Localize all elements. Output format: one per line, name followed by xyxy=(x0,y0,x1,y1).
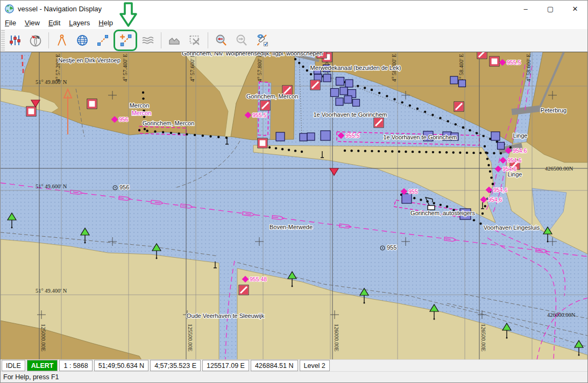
mooring-dolphin-dot xyxy=(378,92,380,94)
mooring-dolphin-dot xyxy=(378,150,380,152)
menu-file[interactable]: File xyxy=(1,18,20,28)
mooring-dolphin-dot xyxy=(391,150,393,152)
place-label: Gorinchem, Niv. Wolpherensedijk, ligpl. … xyxy=(182,52,323,56)
globe-icon xyxy=(76,32,89,48)
clear-selection-button[interactable] xyxy=(185,31,204,50)
status-bar: IDLE ALERT 1 : 5868 51;49;50.634 N 4;57;… xyxy=(1,359,587,371)
mooring-dolphin-dot xyxy=(186,133,188,135)
route-line-icon xyxy=(96,32,109,48)
menu-help[interactable]: Help xyxy=(94,18,117,28)
mooring-dolphin-dot xyxy=(357,150,359,152)
window-title: vessel - Navigation Display xyxy=(18,5,102,13)
beacon-base xyxy=(11,227,13,229)
mooring-dolphin-dot xyxy=(447,120,449,122)
longitude-label: 4° 58.600' E xyxy=(526,54,532,82)
insert-waypoint-button[interactable] xyxy=(114,30,137,51)
mooring-dolphin-dot xyxy=(472,152,474,154)
waterways-currents-button[interactable] xyxy=(138,31,158,50)
km-label: 954.6 xyxy=(507,157,521,164)
km-label: 956 xyxy=(119,184,129,190)
mooring-dolphin-dot xyxy=(364,87,366,89)
place-label: Gorinchem, Mercon xyxy=(143,120,195,126)
place-label: Mercon xyxy=(130,102,150,109)
mooring-dolphin-dot xyxy=(492,183,494,185)
mooring-dolphin-dot xyxy=(393,98,395,100)
km-label: 955.48 xyxy=(250,276,267,282)
toolbar: N xyxy=(1,29,587,52)
close-button[interactable]: ✕ xyxy=(563,1,587,17)
highlight-arrow-icon xyxy=(118,2,139,29)
mooring-dolphin-dot xyxy=(500,152,502,154)
beacon-base xyxy=(156,258,158,259)
mooring-dolphin-dot xyxy=(294,150,296,152)
place-label: Boven-Merwede xyxy=(270,224,313,230)
berth-square xyxy=(450,76,458,84)
mooring-dolphin-dot xyxy=(138,129,140,131)
latitude-label: 51° 49.400' N xyxy=(36,288,67,294)
berth-square xyxy=(331,89,339,97)
mooring-dolphin-dot xyxy=(412,151,414,153)
menu-edit[interactable]: Edit xyxy=(44,18,65,28)
app-window: vessel - Navigation Display – ▢ ✕ File V… xyxy=(0,0,588,383)
toolbar-grip[interactable] xyxy=(1,30,5,51)
km-circle-marker xyxy=(382,247,383,249)
place-label: Gorinchem, autosteigers xyxy=(410,210,475,216)
mooring-dolphin-dot xyxy=(294,58,296,60)
mooring-dolphin-dot xyxy=(469,129,471,131)
mooring-dolphin-dot xyxy=(476,132,478,134)
profile-graph-button[interactable] xyxy=(165,31,184,50)
svg-text:N: N xyxy=(37,35,39,40)
zoom-next-button[interactable] xyxy=(232,31,251,50)
mooring-dolphin-dot xyxy=(371,150,373,152)
selection-x-icon xyxy=(188,32,201,48)
insert-waypoint-icon xyxy=(118,32,132,49)
mooring-dolphin-dot xyxy=(384,150,386,152)
measure-dividers-button[interactable] xyxy=(52,31,72,50)
harbour-symbol xyxy=(259,139,266,147)
eye-edit-check-icon xyxy=(256,32,268,49)
mooring-dolphin-dot xyxy=(281,148,284,150)
place-label: Merwedekanaal (bezuiden de Lek) xyxy=(310,65,401,71)
mooring-dolphin-dot xyxy=(438,151,441,153)
help-bar: For Help, press F1 xyxy=(1,371,587,382)
globe-projection-button[interactable] xyxy=(73,31,92,50)
harbour-symbol xyxy=(88,100,96,108)
mooring-dolphin-dot xyxy=(487,164,490,166)
mooring-dolphin-dot xyxy=(493,152,495,154)
mooring-dolphin-dot xyxy=(473,219,475,221)
chart-canvas[interactable]: 4° 57.200' E4° 57.400' E4° 57.600' E4° 5… xyxy=(1,52,587,360)
status-mode: IDLE xyxy=(2,360,25,371)
mooring-dolphin-dot xyxy=(484,145,486,147)
mooring-dolphin-dot xyxy=(306,69,308,72)
mooring-dolphin-dot xyxy=(479,152,481,154)
zoom-forward-icon xyxy=(235,32,248,49)
km-label: 956 xyxy=(119,116,129,123)
latitude-label: 51° 49.800' N xyxy=(36,79,67,85)
sliders-icon xyxy=(9,33,22,48)
zoom-previous-button[interactable] xyxy=(211,31,231,50)
menu-bar: File View Edit Layers Help xyxy=(1,17,587,30)
draw-route-line-button[interactable] xyxy=(93,31,112,50)
mooring-dolphin-dot xyxy=(445,151,448,153)
status-alert-badge[interactable]: ALERT xyxy=(27,360,58,371)
menu-layers[interactable]: Layers xyxy=(65,18,94,28)
edit-visibility-button[interactable] xyxy=(252,31,272,50)
status-latitude: 51;49;50.634 N xyxy=(94,360,149,371)
km-label: 955.5 xyxy=(507,59,521,66)
mooring-dolphin-dot xyxy=(146,130,148,132)
mooring-dolphin-dot xyxy=(424,111,426,113)
mooring-dolphin-dot xyxy=(431,114,434,116)
berth-square xyxy=(307,133,315,140)
mooring-dolphin-dot xyxy=(178,132,180,134)
longitude-label: 4° 57.600' E xyxy=(189,54,195,82)
mooring-dolphin-dot xyxy=(154,130,156,132)
km-label: 955.5 xyxy=(252,112,266,118)
layer-settings-button[interactable] xyxy=(5,31,25,50)
menu-view[interactable]: View xyxy=(20,18,44,28)
maximize-button[interactable]: ▢ xyxy=(538,1,563,17)
toolbar-separator xyxy=(208,32,208,48)
mooring-dolphin-dot xyxy=(446,205,448,208)
minimize-button[interactable]: – xyxy=(513,1,538,17)
north-compass-button[interactable]: N xyxy=(26,31,45,50)
app-globe-icon xyxy=(5,4,14,13)
